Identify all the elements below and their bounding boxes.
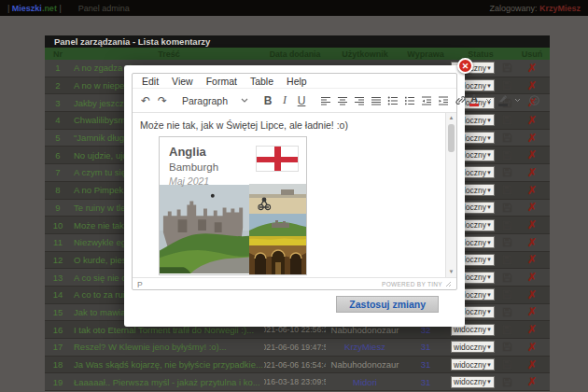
brand[interactable]: | Mieszki.net |	[7, 4, 62, 13]
trip-link[interactable]: 31	[421, 359, 431, 370]
save-button[interactable]	[502, 377, 512, 387]
bold-button[interactable]: B	[260, 92, 275, 109]
logged-user-link[interactable]: KrzyMiesz	[539, 4, 581, 13]
save-button[interactable]	[502, 307, 512, 317]
indent-icon[interactable]	[436, 92, 451, 109]
link-icon[interactable]	[453, 92, 468, 109]
save-button[interactable]	[502, 80, 512, 91]
save-button[interactable]	[502, 133, 512, 143]
align-left-icon[interactable]	[318, 92, 333, 109]
underline-button[interactable]: U	[294, 92, 309, 109]
undo-icon[interactable]: ↶	[138, 92, 153, 109]
editor-content-area[interactable]: Może nie tak, jak w Świętej Lipce, ale ł…	[133, 113, 456, 278]
save-button[interactable]	[502, 185, 512, 195]
dropdown-arrow-icon: ▼	[486, 83, 492, 89]
save-button[interactable]	[502, 359, 512, 370]
delete-icon[interactable]: ✗	[527, 236, 537, 249]
menu-help[interactable]: Help	[287, 76, 307, 87]
editor-scrollbar[interactable]: ▲ ▼	[445, 113, 456, 277]
status-cell: widoczny▼	[447, 376, 514, 388]
status-select[interactable]: widoczny▼	[451, 376, 495, 388]
nav-panel-admina[interactable]: Panel admina	[78, 4, 130, 13]
italic-button[interactable]: I	[277, 92, 292, 109]
comment-link[interactable]: Reszel? W Klewnie jeno byłyśmy! :o)...	[74, 342, 227, 352]
user-name[interactable]: KrzyMiesz	[344, 342, 385, 352]
england-flag	[256, 146, 299, 172]
save-button[interactable]	[502, 273, 512, 283]
row-number: 11	[45, 237, 71, 247]
save-button[interactable]	[502, 289, 512, 300]
delete-icon[interactable]: ✗	[527, 288, 537, 301]
comment-link[interactable]: Ja Was skądś kojarzę, nie byłyście przyp…	[74, 359, 263, 370]
align-center-icon[interactable]	[335, 92, 350, 109]
trip-link[interactable]: 31	[421, 377, 431, 387]
row-number: 9	[45, 203, 71, 213]
editor-content[interactable]: Może nie tak, jak w Świętej Lipce, ale ł…	[133, 113, 445, 277]
save-button[interactable]	[502, 325, 512, 335]
delete-icon[interactable]: ✗	[527, 148, 537, 161]
user-name[interactable]: Midori	[353, 377, 377, 387]
comment-link[interactable]: Łaaaaał.. Pierwsza myśl - jakaż przytuln…	[74, 377, 260, 387]
hill-castle-photo	[249, 214, 306, 245]
delete-icon[interactable]: ✗	[527, 271, 537, 284]
delete-cell: ✗	[514, 323, 550, 336]
delete-icon[interactable]: ✗	[527, 79, 537, 92]
delete-icon[interactable]: ✗	[527, 341, 537, 354]
dropdown-arrow-icon: ▼	[486, 344, 492, 350]
row-number: 12	[45, 255, 71, 265]
align-right-icon[interactable]	[352, 92, 367, 109]
bullet-list-icon[interactable]	[385, 92, 400, 109]
paragraph-format-select[interactable]: Paragraph	[178, 95, 252, 106]
date-cell: 2021-06-06 19:47:58	[264, 343, 326, 352]
element-path[interactable]: P	[137, 280, 143, 289]
row-number: 10	[45, 220, 71, 231]
delete-icon[interactable]: ✗	[527, 323, 537, 336]
delete-icon[interactable]: ✗	[527, 166, 537, 179]
menu-format[interactable]: Format	[206, 76, 237, 87]
scrollbar-thumb[interactable]	[448, 124, 455, 152]
redo-icon[interactable]: ↷	[155, 92, 170, 109]
save-button[interactable]	[502, 342, 512, 352]
save-button[interactable]	[502, 255, 512, 265]
trip-card-header: Anglia Bamburgh Maj 2021	[160, 137, 306, 184]
delete-icon[interactable]: ✗	[527, 114, 537, 127]
save-button[interactable]	[502, 63, 512, 73]
delete-cell: ✗	[514, 375, 550, 388]
delete-icon[interactable]: ✗	[527, 132, 537, 145]
delete-icon[interactable]: ✗	[527, 358, 537, 371]
text-color-chevron-icon[interactable]	[481, 92, 496, 109]
save-button[interactable]	[502, 220, 512, 231]
scroll-down-icon[interactable]: ▼	[449, 268, 455, 276]
save-button[interactable]	[502, 237, 512, 247]
save-button[interactable]	[502, 150, 512, 161]
row-number: 15	[45, 307, 71, 317]
save-button[interactable]	[502, 167, 512, 177]
delete-icon[interactable]: ✗	[527, 305, 537, 318]
apply-changes-button[interactable]: Zastosuj zmiany	[336, 296, 439, 313]
save-button[interactable]	[502, 115, 512, 125]
delete-icon[interactable]: ✗	[527, 375, 537, 388]
highlight-color-button[interactable]	[497, 94, 508, 106]
emoji-icon[interactable]	[526, 92, 541, 109]
status-select[interactable]: widoczny▼	[451, 341, 495, 353]
menu-edit[interactable]: Edit	[142, 76, 159, 87]
delete-icon[interactable]: ✗	[527, 218, 537, 231]
menu-view[interactable]: View	[172, 76, 193, 87]
resize-grip-icon[interactable]	[445, 281, 452, 287]
delete-icon[interactable]: ✗	[527, 201, 537, 214]
outdent-icon[interactable]	[419, 92, 434, 109]
date-cell: 2016-03-18 23:09:56	[264, 377, 326, 386]
highlight-color-chevron-icon[interactable]	[510, 92, 525, 109]
text-color-button[interactable]: A	[469, 94, 479, 106]
status-select[interactable]: widoczny▼	[451, 358, 495, 371]
numbered-list-icon[interactable]	[402, 92, 417, 109]
delete-icon[interactable]: ✗	[527, 62, 537, 75]
delete-icon[interactable]: ✗	[527, 184, 537, 197]
align-justify-icon[interactable]	[369, 92, 384, 109]
save-button[interactable]	[502, 203, 512, 213]
scroll-up-icon[interactable]: ▲	[449, 114, 455, 122]
menu-table[interactable]: Table	[250, 76, 273, 87]
delete-icon[interactable]: ✗	[527, 253, 537, 266]
close-icon[interactable]: ✕	[457, 58, 473, 74]
trip-link[interactable]: 31	[421, 342, 431, 352]
